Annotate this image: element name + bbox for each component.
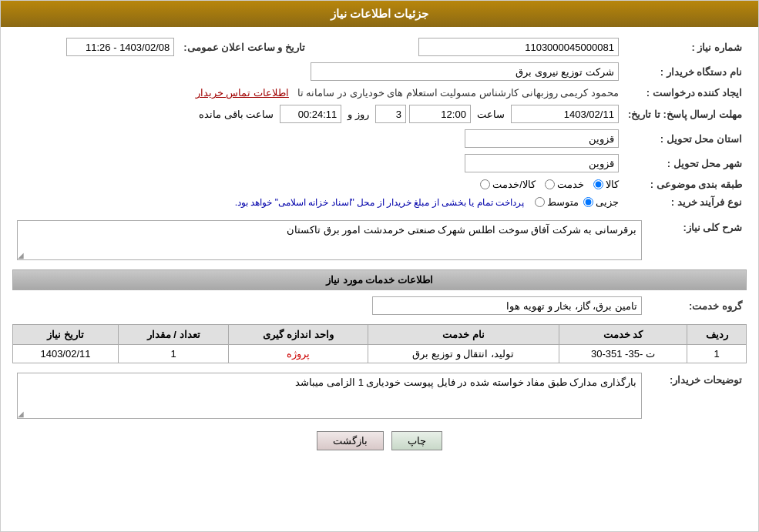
need-desc-label: شرح کلی نیاز: <box>646 217 747 263</box>
buyer-org-label: نام دستگاه خریدار : <box>623 59 747 84</box>
city-value: قزوین <box>465 154 619 172</box>
days-label: روز و <box>348 109 369 120</box>
col-header-unit: واحد اندازه گیری <box>229 325 368 345</box>
cell-date: 1403/02/11 <box>13 345 119 363</box>
announce-value: 1403/02/08 - 11:26 <box>66 38 174 56</box>
hours-remaining-label: ساعت باقی مانده <box>199 109 274 120</box>
process-motavasset-label: متوسط <box>547 196 579 208</box>
province-value: قزوین <box>465 129 619 148</box>
deadline-date: 1403/02/11 <box>511 105 619 123</box>
contact-link[interactable]: اطلاعات تماس خریدار <box>196 87 289 99</box>
process-jozii-label: جزیی <box>596 196 619 208</box>
need-number-label: شماره نیاز : <box>623 35 747 59</box>
process-jozii[interactable]: جزیی <box>583 196 619 208</box>
category-kala[interactable]: کالا <box>593 179 619 190</box>
city-label: شهر محل تحویل : <box>623 151 747 176</box>
category-kala-khedmat-label: کالا/خدمت <box>492 179 536 190</box>
need-description-box: برقرسانی به شرکت آفاق سوخت اطلس شهرک صنع… <box>17 220 642 260</box>
cell-qty: 1 <box>119 345 229 363</box>
col-header-code: کد خدمت <box>559 325 687 345</box>
col-header-row: ردیف <box>687 325 747 345</box>
need-desc-text: برقرسانی به شرکت آفاق سوخت اطلس شهرک صنع… <box>287 224 636 236</box>
category-kala-label: کالا <box>606 179 619 190</box>
table-row: 1ت -35- 351-30تولید، انتقال و توزیع برقپ… <box>13 345 747 363</box>
buyer-notes-box: بارگذاری مدارک طبق مفاد خواسته شده در فا… <box>17 373 642 419</box>
page-header: جزئیات اطلاعات نیاز <box>1 1 758 27</box>
action-buttons: چاپ بازگشت <box>12 431 747 462</box>
resize-handle-icon: ◢ <box>18 251 24 259</box>
province-label: استان محل تحویل : <box>623 126 747 151</box>
service-group-value: تامین برق، گاز، بخار و تهویه هوا <box>372 296 642 315</box>
hour-label: ساعت <box>477 109 505 120</box>
cell-unit: پروژه <box>229 345 368 363</box>
need-number-value: 1103000045000081 <box>418 38 619 56</box>
col-header-date: تاریخ نیاز <box>13 325 119 345</box>
cell-code: ت -35- 351-30 <box>559 345 687 363</box>
services-section-header: اطلاعات خدمات مورد نیاز <box>12 269 747 290</box>
process-motavasset[interactable]: متوسط <box>535 196 579 208</box>
category-khedmat-label: خدمت <box>557 179 584 190</box>
process-label: نوع فرآیند خرید : <box>623 193 747 211</box>
print-button[interactable]: چاپ <box>391 431 442 450</box>
category-kala-khedmat[interactable]: کالا/خدمت <box>480 179 536 190</box>
resize-handle-icon-2: ◢ <box>18 410 24 418</box>
announce-label: تاریخ و ساعت اعلان عمومی: <box>179 35 310 59</box>
creator-label: ایجاد کننده درخواست : <box>623 84 747 102</box>
buyer-notes-text: بارگذاری مدارک طبق مفاد خواسته شده در فا… <box>295 376 636 388</box>
page-title: جزئیات اطلاعات نیاز <box>331 7 428 20</box>
col-header-qty: تعداد / مقدار <box>119 325 229 345</box>
back-button[interactable]: بازگشت <box>317 431 384 450</box>
deadline-label: مهلت ارسال پاسخ: تا تاریخ: <box>623 102 747 126</box>
cell-row-num: 1 <box>687 345 747 363</box>
deadline-days: 3 <box>375 105 406 123</box>
creator-value: محمود کریمی روزبهانی کارشناس مسولیت استع… <box>297 87 619 99</box>
buyer-org-value: شرکت توزیع نیروی برق <box>311 62 619 81</box>
process-note: پرداخت تمام یا بخشی از مبلغ خریدار از مح… <box>235 197 524 208</box>
countdown-timer: 00:24:11 <box>280 105 341 123</box>
col-header-name: نام خدمت <box>368 325 559 345</box>
deadline-time: 12:00 <box>409 105 471 123</box>
category-label: طبقه بندی موضوعی : <box>623 176 747 193</box>
category-khedmat[interactable]: خدمت <box>545 179 584 190</box>
cell-name: تولید، انتقال و توزیع برق <box>368 345 559 363</box>
buyer-notes-label: توضیحات خریدار: <box>646 370 747 422</box>
service-group-label: گروه خدمت: <box>646 293 747 318</box>
